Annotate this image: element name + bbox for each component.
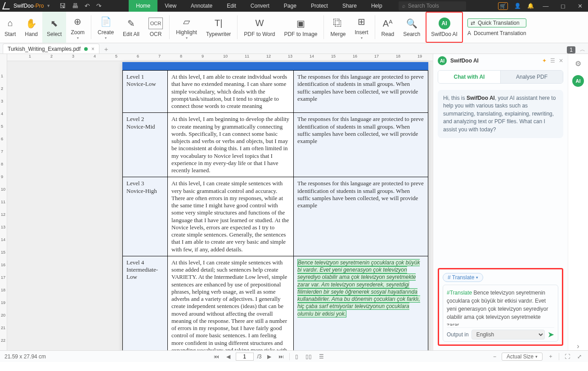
document-area[interactable]: 1234567891011121314151617181920212223 12…: [0, 54, 433, 350]
app-dropdown-icon[interactable]: ▼: [46, 4, 50, 8]
search-tools[interactable]: ⌕ Search Tools: [399, 1, 466, 10]
close-panel-icon[interactable]: ✕: [559, 58, 563, 64]
ribbon-hand[interactable]: ✋Hand: [20, 12, 42, 43]
ribbon-start[interactable]: ⌂Start: [0, 12, 20, 43]
zoom-display[interactable]: Actual Size▾: [502, 353, 543, 361]
menu-annotate[interactable]: Annotate: [184, 0, 220, 12]
maximize-icon[interactable]: ◻: [557, 3, 568, 9]
menu-home[interactable]: Home: [129, 0, 157, 12]
page-number-input[interactable]: [236, 353, 254, 361]
ai-side-icon[interactable]: AI: [572, 75, 584, 87]
ai-badge-icon: AI: [438, 56, 447, 65]
send-icon[interactable]: ➤: [548, 330, 554, 340]
ribbon-merge[interactable]: ⿻Merge: [326, 12, 350, 43]
redo-icon[interactable]: ↷: [96, 2, 102, 9]
sparkle-icon[interactable]: ✦: [542, 58, 547, 64]
vertical-ruler: 1234567891011121314151617181920212223: [0, 54, 7, 350]
page-dimensions: 21.59 x 27.94 cm: [4, 353, 46, 360]
workspace: 1234567891011121314151617181920212223 12…: [0, 54, 588, 350]
horizontal-ruler: 12345678910111213141516171819: [7, 54, 433, 61]
expand-icon[interactable]: ›: [577, 342, 579, 350]
tab-analyse-pdf[interactable]: Analyse PDF: [501, 71, 563, 83]
output-in-label: Output in: [447, 331, 469, 338]
history-icon[interactable]: ☰: [550, 58, 555, 64]
ribbon-read[interactable]: AᴬRead: [377, 12, 399, 43]
tab-filename: Turkish_Writing_Examples.pdf: [8, 46, 81, 52]
menu-edit[interactable]: Edit: [220, 0, 243, 12]
pdf-page: Level 1Novice-LowAt this level, I am abl…: [122, 62, 428, 350]
menu-protect[interactable]: Protect: [304, 0, 335, 12]
close-window-icon[interactable]: ✕: [575, 3, 585, 9]
ribbon-search[interactable]: 🔍Search: [399, 12, 425, 43]
content-table: Level 1Novice-LowAt this level, I am abl…: [122, 70, 428, 350]
fullscreen-icon[interactable]: ⤢: [575, 353, 584, 361]
ai-panel: AI SwifDoo AI ✦ ☰ ✕ Chat with AI Analyse…: [433, 54, 568, 350]
output-language-select[interactable]: English: [471, 330, 545, 340]
table-row: Level 2Novice-Mid: [123, 113, 168, 177]
ai-greeting: Hi, this is SwifDoo AI, your AI assistan…: [438, 90, 563, 138]
table-row: Level 3Novice-High: [123, 177, 168, 256]
app-logo-icon: [2, 2, 12, 9]
menu-convert[interactable]: Convert: [243, 0, 277, 12]
ai-panel-title: SwifDoo AI: [450, 58, 479, 64]
prompt-input[interactable]: #Translate Bence televizyon seyretmenin …: [443, 285, 558, 342]
tab-chat-with-ai[interactable]: Chat with AI: [438, 71, 501, 83]
collapse-panel-icon[interactable]: ︿: [580, 46, 585, 54]
ribbon-pdf-to-word[interactable]: WPDF to Word: [239, 12, 279, 43]
search-placeholder: Search Tools: [408, 3, 439, 9]
document-translation-button[interactable]: ADocument Translation: [467, 30, 526, 36]
single-page-view-icon[interactable]: ▯: [293, 353, 300, 361]
quick-translation-button[interactable]: ⇄Quick Translation: [467, 18, 526, 27]
undo-icon[interactable]: ↶: [85, 2, 90, 9]
prompt-text: #Translate Bence televizyon seyretmenin …: [447, 289, 554, 326]
user-icon[interactable]: 👤: [514, 3, 521, 9]
save-icon[interactable]: 🖫: [59, 2, 66, 9]
ribbon-create[interactable]: 📄Create▾: [93, 12, 118, 43]
translate-icon: ⇄: [471, 20, 475, 26]
ribbon-pdf-to-image[interactable]: ▣PDF to Image: [279, 12, 322, 43]
search-icon: ⌕: [402, 3, 405, 9]
main-menu: HomeViewAnnotateEditConvertPageProtectSh…: [129, 0, 389, 12]
menu-share[interactable]: Share: [335, 0, 364, 12]
ribbon-edit-all[interactable]: ✎Edit All: [118, 12, 144, 43]
close-tab-icon[interactable]: ×: [91, 46, 94, 52]
table-row: Level 1Novice-Low: [123, 71, 168, 113]
page-total: /3: [257, 353, 262, 360]
ribbon-swifdoo-ai[interactable]: AISwifDoo AI: [426, 12, 463, 43]
ribbon: ⌂Start✋Hand⬉Select⊕Zoom▾📄Create▾✎Edit Al…: [0, 12, 588, 43]
menu-help[interactable]: Help: [364, 0, 390, 12]
side-strip: ⚙ AI ›: [568, 54, 588, 350]
doc-translate-icon: A: [467, 30, 471, 36]
menu-view[interactable]: View: [157, 0, 184, 12]
fit-page-icon[interactable]: ⛶: [563, 353, 572, 361]
menu-page[interactable]: Page: [277, 0, 304, 12]
next-page-icon[interactable]: ▶: [265, 353, 273, 361]
ribbon-zoom[interactable]: ⊕Zoom▾: [66, 12, 89, 43]
zoom-in-icon[interactable]: ＋: [546, 352, 555, 361]
ribbon-insert[interactable]: ⊞Insert▾: [350, 12, 373, 43]
ribbon-typewriter[interactable]: T|Typewriter: [202, 12, 235, 43]
ai-tabs: Chat with AI Analyse PDF: [438, 70, 563, 84]
modified-dot-icon: [84, 47, 88, 51]
first-page-icon[interactable]: ⏮: [212, 353, 221, 361]
add-tab-icon[interactable]: ＋: [103, 45, 109, 54]
sliders-icon[interactable]: ⚙: [575, 59, 581, 68]
print-icon[interactable]: 🖶: [72, 2, 78, 9]
translate-tag[interactable]: # Translate▾: [443, 273, 483, 282]
cart-icon[interactable]: 🛒: [498, 2, 508, 10]
page-indicator: 1: [567, 46, 575, 54]
ribbon-select[interactable]: ⬉Select: [42, 12, 66, 43]
app-name: SwifDoo-Pro: [13, 3, 44, 9]
ribbon-ocr[interactable]: OCROCR: [144, 12, 167, 43]
prompt-box: # Translate▾ #Translate Bence televizyon…: [438, 268, 563, 346]
zoom-out-icon[interactable]: −: [491, 353, 498, 361]
last-page-icon[interactable]: ⏭: [277, 353, 286, 361]
statusbar: 21.59 x 27.94 cm ⏮ ◀ /3 ▶ ⏭ ▯ ▯▯ ☰ − Act…: [0, 350, 588, 362]
continuous-view-icon[interactable]: ☰: [317, 353, 326, 361]
prev-page-icon[interactable]: ◀: [224, 353, 232, 361]
ribbon-highlight[interactable]: ▱Highlight▾: [171, 12, 202, 43]
two-page-view-icon[interactable]: ▯▯: [304, 353, 314, 361]
minimize-icon[interactable]: —: [540, 3, 551, 9]
bell-icon[interactable]: 🔔: [527, 3, 534, 9]
document-tab[interactable]: Turkish_Writing_Examples.pdf ×: [3, 44, 99, 54]
